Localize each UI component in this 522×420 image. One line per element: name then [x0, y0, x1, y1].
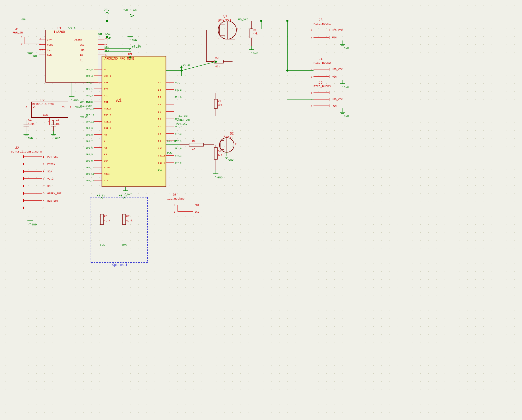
schematic-canvas [0, 0, 522, 420]
